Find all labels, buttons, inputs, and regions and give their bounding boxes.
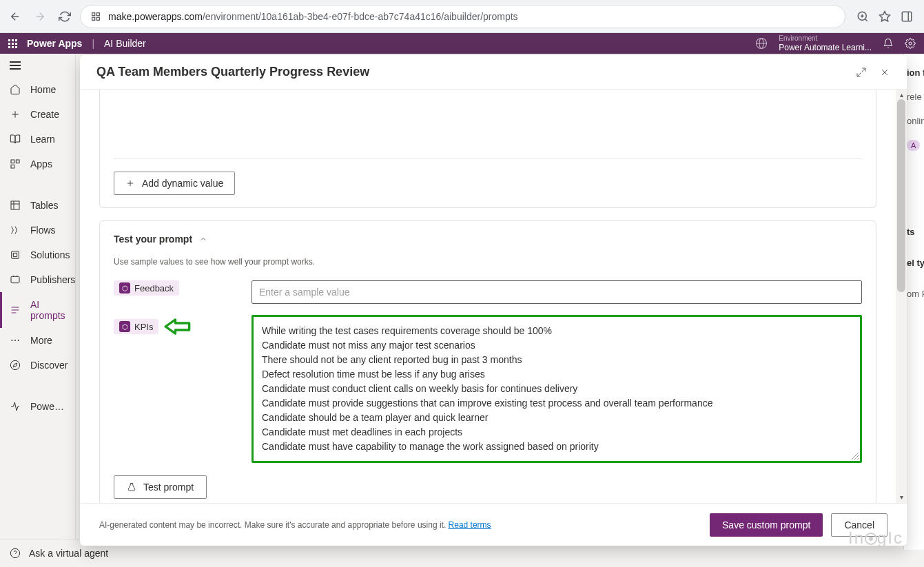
svg-point-30	[18, 340, 19, 341]
resize-handle-icon[interactable]	[852, 453, 859, 460]
ai-prompts-icon	[10, 305, 21, 316]
chevron-up-icon	[199, 235, 207, 243]
svg-point-14	[909, 42, 912, 45]
plus-icon	[125, 178, 135, 188]
pointer-arrow-icon	[163, 315, 192, 338]
platform-icon	[10, 401, 21, 412]
sidebar-item-label: Solutions	[30, 249, 70, 260]
plus-icon	[10, 109, 21, 120]
sidebar-item-label: Home	[30, 84, 56, 95]
section-name[interactable]: AI Builder	[104, 38, 146, 49]
environment-selector[interactable]: Environment Power Automate Learni...	[779, 34, 872, 52]
svg-line-5	[865, 19, 867, 21]
environment-icon[interactable]	[755, 37, 768, 50]
sidebar-item-discover[interactable]: Discover	[0, 353, 75, 378]
test-prompt-button[interactable]: Test prompt	[114, 475, 207, 499]
sidebar-item-publishers[interactable]: Publishers	[0, 267, 75, 292]
sidebar-item-solutions[interactable]: Solutions	[0, 243, 75, 267]
sidebar-item-home[interactable]: Home	[0, 77, 75, 102]
svg-marker-8	[880, 11, 890, 21]
back-button[interactable]	[6, 7, 25, 26]
test-prompt-section: Test your prompt Use sample values to se…	[99, 220, 876, 503]
close-icon[interactable]	[879, 67, 890, 78]
footer-disclaimer: AI-generated content may be incorrect. M…	[99, 520, 491, 530]
sidebar-item-label: Learn	[30, 134, 55, 145]
app-header: Power Apps | AI Builder Environment Powe…	[0, 33, 924, 54]
param-chip-feedback[interactable]: ⬡ Feedback	[114, 280, 179, 296]
sidebar-item-flows[interactable]: Flows	[0, 218, 75, 243]
sidebar-item-tables[interactable]: Tables	[0, 193, 75, 218]
solutions-icon	[10, 249, 21, 260]
sidebar-item-power-platform[interactable]: Power Platform	[0, 394, 75, 419]
settings-icon[interactable]	[905, 38, 916, 49]
prompt-modal: QA Team Members Quarterly Progress Revie…	[80, 55, 907, 546]
sidebar-item-create[interactable]: Create	[0, 102, 75, 127]
zoom-icon[interactable]	[856, 10, 869, 23]
svg-rect-0	[92, 12, 95, 15]
test-section-header[interactable]: Test your prompt	[114, 234, 862, 245]
expand-icon[interactable]	[856, 67, 867, 78]
test-subtitle: Use sample values to see how well your p…	[114, 257, 862, 267]
sidebar-item-ai-prompts[interactable]: AI prompts	[0, 292, 75, 328]
svg-rect-1	[96, 12, 99, 15]
forward-button[interactable]	[30, 7, 50, 26]
sidebar-item-label: Create	[30, 109, 59, 120]
url-bar[interactable]: make.powerapps.com/environment/10a161ab-…	[80, 5, 845, 28]
svg-rect-3	[96, 17, 99, 20]
discover-icon	[10, 360, 21, 371]
url-host: make.powerapps.com/environment/10a161ab-…	[108, 11, 518, 22]
chat-icon	[10, 548, 21, 559]
flask-icon	[127, 482, 136, 492]
reload-button[interactable]	[55, 7, 74, 26]
svg-rect-17	[11, 160, 14, 163]
svg-point-31	[10, 360, 19, 369]
publishers-icon	[10, 274, 21, 285]
sidebar-item-more[interactable]: More	[0, 328, 75, 353]
sidebar-item-label: Apps	[30, 158, 52, 169]
hamburger-button[interactable]	[0, 59, 75, 72]
svg-rect-18	[16, 160, 19, 163]
apps-icon	[10, 158, 21, 169]
flows-icon	[10, 225, 21, 236]
sidebar-item-label: Tables	[30, 200, 58, 211]
sidebar-item-label: More	[30, 335, 52, 346]
more-icon	[10, 335, 21, 346]
sidebar-item-apps[interactable]: Apps	[0, 152, 75, 176]
svg-rect-24	[11, 276, 19, 282]
table-icon	[10, 200, 21, 211]
kpis-input[interactable]: While writing the test cases requirement…	[251, 315, 862, 463]
notifications-icon[interactable]	[883, 38, 894, 49]
browser-toolbar: make.powerapps.com/environment/10a161ab-…	[0, 0, 924, 33]
add-dynamic-value-button[interactable]: Add dynamic value	[114, 172, 235, 195]
sidebar-item-learn[interactable]: Learn	[0, 127, 75, 152]
sidebar-item-label: Publishers	[30, 274, 75, 285]
app-name[interactable]: Power Apps	[27, 38, 82, 49]
param-chip-kpis[interactable]: ⬡ KPIs	[114, 319, 158, 334]
bookmark-icon[interactable]	[879, 10, 891, 23]
home-icon	[10, 84, 21, 95]
svg-point-28	[11, 340, 12, 341]
modal-footer: AI-generated content may be incorrect. M…	[80, 503, 907, 546]
svg-rect-23	[12, 251, 19, 259]
svg-rect-2	[92, 17, 95, 20]
cancel-button[interactable]: Cancel	[831, 513, 887, 537]
scrollbar[interactable]: ▴ ▾	[896, 90, 907, 503]
prompt-section: Add dynamic value	[99, 90, 876, 208]
sidebar-item-label: AI prompts	[30, 299, 65, 321]
left-sidebar: Home Create Learn Apps Tables Flows Solu…	[0, 54, 76, 567]
modal-title: QA Team Members Quarterly Progress Revie…	[96, 65, 369, 79]
svg-rect-20	[11, 201, 19, 209]
read-terms-link[interactable]: Read terms	[449, 520, 491, 530]
modal-header: QA Team Members Quarterly Progress Revie…	[80, 55, 907, 90]
sidebar-item-label: Discover	[30, 360, 68, 371]
svg-rect-19	[11, 165, 14, 168]
param-icon: ⬡	[119, 282, 130, 293]
side-panel-icon[interactable]	[901, 10, 913, 23]
svg-point-33	[10, 548, 19, 557]
book-icon	[10, 134, 21, 145]
svg-rect-9	[902, 12, 912, 21]
app-launcher-icon[interactable]	[8, 39, 17, 48]
feedback-input[interactable]	[251, 280, 862, 304]
param-icon: ⬡	[119, 321, 130, 332]
save-custom-prompt-button[interactable]: Save custom prompt	[710, 513, 823, 537]
